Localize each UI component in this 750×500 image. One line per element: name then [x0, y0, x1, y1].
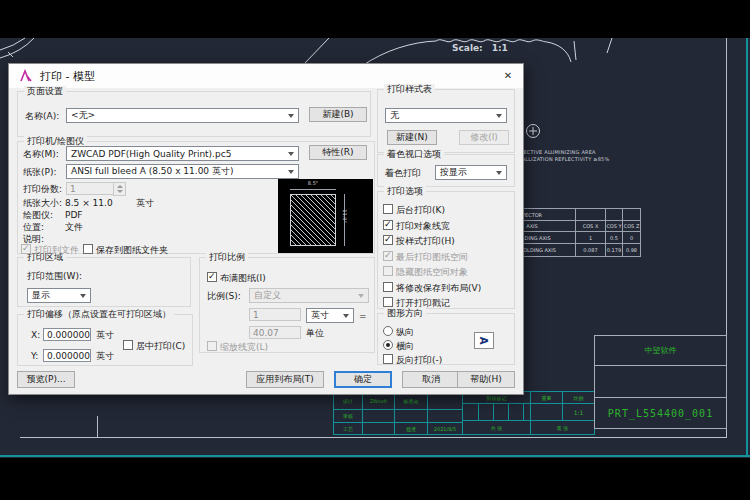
orientation-letter: A	[479, 337, 490, 345]
printer-properties-button[interactable]: 特性(R)	[309, 145, 367, 160]
print-range-value: 显示	[32, 289, 50, 302]
option-plot-with-styles-checkbox[interactable]	[383, 235, 393, 245]
titleblock-company: 中望软件	[594, 335, 727, 366]
option-object-lineweight-checkbox[interactable]	[383, 220, 393, 230]
option-save-changes-checkbox[interactable]	[383, 282, 393, 292]
paper-preview-width: 8.5"	[290, 180, 336, 186]
offset-x-label: X:	[31, 330, 40, 340]
pagesetup-name-select[interactable]: <无>	[66, 108, 299, 123]
shade-print-select[interactable]: 按显示	[435, 165, 507, 180]
scale-equals-sign: =	[359, 311, 367, 321]
copies-input[interactable]: 1	[66, 182, 114, 195]
frame-left-stub-line	[97, 416, 98, 438]
center-print-checkbox[interactable]	[123, 340, 133, 350]
paper-edge-right-line	[746, 38, 748, 457]
axis-table-cell: 0.087	[576, 244, 606, 257]
axis-table-cell: 0.5	[606, 232, 623, 244]
option-hide-paperspace-checkbox[interactable]	[383, 266, 393, 276]
axis-table-cell: 0.98	[623, 244, 641, 257]
plot-style-new-button[interactable]: 新建(N)	[387, 130, 437, 145]
spinner-up-icon[interactable]	[117, 185, 123, 188]
titleblock-cell	[427, 409, 463, 423]
option-plot-stamp-checkbox[interactable]	[383, 297, 393, 307]
group-shaded-viewport-label: 着色视口选项	[384, 149, 444, 160]
scale-drawing-units-input[interactable]: 40.07	[249, 326, 301, 339]
dialog-title: 打印 - 模型	[40, 69, 95, 84]
print-to-file-checkbox[interactable]	[21, 244, 31, 254]
paper-dim-label: 纸张大小:	[23, 198, 62, 208]
titleblock-cell	[508, 403, 524, 421]
group-print-offset-label: 打印偏移（原点设置在可打印区域）	[24, 309, 174, 320]
scale-indicator: Scale: 1:1	[452, 43, 508, 53]
scale-paper-units-input[interactable]: 1	[249, 308, 301, 321]
reverse-print-checkbox[interactable]	[383, 354, 393, 364]
titleblock-cell	[462, 403, 479, 421]
offset-y-input[interactable]: 0.000000	[43, 349, 91, 362]
titleblock-cell-date: 2021/8/5	[427, 422, 463, 435]
pagesetup-name-label: 名称(A):	[25, 111, 59, 121]
plot-style-modify-button[interactable]: 修改(I)	[459, 130, 509, 145]
print-range-select[interactable]: 显示	[27, 288, 91, 303]
paper-size-select[interactable]: ANSI full bleed A (8.50 x 11.00 英寸)	[66, 164, 299, 179]
scale-unit-select[interactable]: 英寸	[306, 308, 354, 323]
help-button[interactable]: 帮助(H)	[457, 371, 515, 388]
copies-stepper[interactable]	[113, 182, 126, 196]
ok-button[interactable]: 确定	[334, 371, 392, 388]
save-to-folder-checkbox[interactable]	[83, 244, 93, 254]
drawing-note-line2: METALLIZATION REFLECTIVITY ≥85%	[511, 156, 609, 162]
chevron-down-icon	[288, 152, 294, 156]
option-paperspace-last-checkbox[interactable]	[383, 251, 393, 261]
scale-select-value: 自定义	[254, 289, 281, 302]
zwcad-logo-icon	[19, 69, 33, 83]
titleblock-part-number: PRT_L554400_001	[594, 397, 727, 429]
chevron-down-icon	[496, 114, 502, 118]
cancel-button[interactable]: 取消	[402, 371, 460, 388]
orientation-paper-icon: A	[474, 332, 494, 349]
spinner-down-icon[interactable]	[117, 190, 123, 193]
scale-paper-units-value: 1	[253, 310, 259, 320]
shade-print-value: 按显示	[440, 166, 467, 179]
paper-preview-page	[290, 194, 336, 246]
titleblock-cell-approve: 批准	[394, 422, 428, 435]
close-icon[interactable]: ✕	[499, 68, 517, 84]
offset-x-value: 0.000000	[47, 330, 90, 340]
group-orientation-label: 图形方向	[384, 308, 426, 319]
chevron-down-icon	[288, 170, 294, 174]
option-object-lineweight-label: 打印对象线宽	[396, 221, 450, 231]
drawing-note-line1: EFFECTIVE ALUMINIZING AREA	[514, 149, 596, 155]
scale-select[interactable]: 自定义	[249, 288, 369, 303]
printer-name-select[interactable]: ZWCAD PDF(High Quality Print).pc5	[66, 146, 299, 161]
scale-lineweights-checkbox[interactable]	[207, 341, 217, 351]
option-hide-paperspace-label: 隐藏图纸空间对象	[396, 267, 468, 277]
print-dialog: 打印 - 模型 ✕ 页面设置 打印机/绘图仪 打印区域 打印比例 打印偏移（原点…	[8, 63, 524, 395]
where-label: 位置:	[23, 222, 44, 232]
option-background-print-checkbox[interactable]	[383, 204, 393, 214]
group-print-options-label: 打印选项	[384, 186, 426, 197]
fit-to-paper-checkbox[interactable]	[207, 272, 217, 282]
paper-edge-bottom-line	[0, 455, 750, 457]
apply-to-layout-button[interactable]: 应用到布局(T)	[246, 371, 324, 388]
center-print-label: 居中打印(C)	[136, 341, 185, 351]
pagesetup-new-button[interactable]: 新建(B)	[309, 107, 367, 122]
titleblock-cell	[530, 403, 563, 421]
plotter-value: PDF	[65, 210, 83, 220]
offset-y-label: Y:	[31, 351, 38, 361]
paper-preview-width-dimline	[290, 189, 336, 190]
option-plot-with-styles-label: 按样式打印(H)	[396, 236, 455, 246]
titleblock-cell	[362, 409, 395, 423]
titleblock-cell	[362, 422, 395, 435]
option-save-changes-label: 将修改保存到布局(V)	[396, 283, 481, 293]
chevron-down-icon	[343, 314, 349, 318]
paper-preview: 8.5" 11.0"	[278, 179, 373, 253]
preview-button[interactable]: 预览(P)...	[17, 371, 75, 388]
landscape-radio[interactable]	[383, 340, 393, 350]
scale-units-label: 单位	[306, 328, 324, 338]
scale-unit-value: 英寸	[311, 309, 329, 322]
titleblock-cell-sheet-no: 第 张	[530, 420, 595, 435]
axis-table-header: COS X	[576, 221, 606, 232]
offset-x-input[interactable]: 0.000000	[43, 328, 91, 341]
plot-style-select[interactable]: 无	[385, 108, 507, 123]
shade-print-label: 着色打印	[385, 168, 421, 178]
dialog-titlebar[interactable]: 打印 - 模型 ✕	[9, 64, 523, 88]
portrait-radio[interactable]	[383, 326, 393, 336]
